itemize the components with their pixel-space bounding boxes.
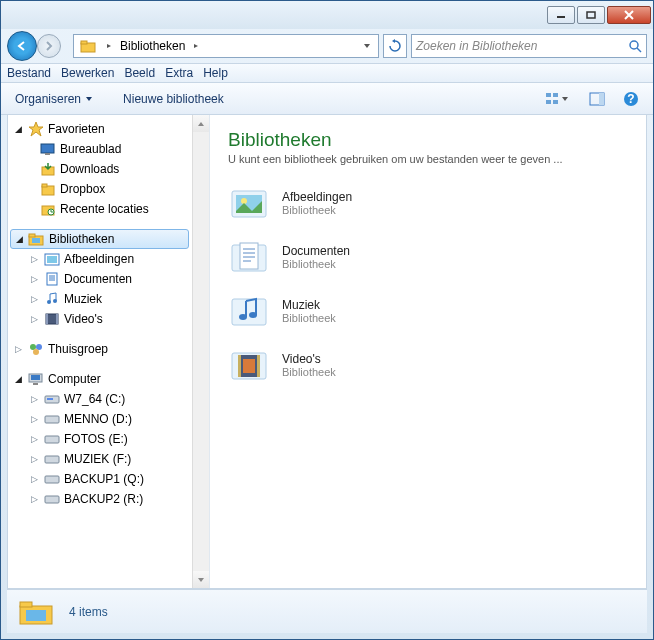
sidebar-item-drive-c[interactable]: ▷ W7_64 (C:) (8, 389, 191, 409)
svg-rect-48 (240, 243, 258, 269)
sidebar-item-drive-f[interactable]: ▷ MUZIEK (F:) (8, 449, 191, 469)
body: ◢ Favorieten Bureaublad Downloads (7, 115, 647, 589)
sidebar-item-pictures[interactable]: ▷ Afbeeldingen (8, 249, 191, 269)
organize-label: Organiseren (15, 92, 81, 106)
refresh-button[interactable] (383, 34, 407, 58)
svg-rect-10 (599, 93, 604, 105)
sidebar-item-documents[interactable]: ▷ Documenten (8, 269, 191, 289)
libraries-header[interactable]: ◢ Bibliotheken (10, 229, 189, 249)
sidebar-item-label: Recente locaties (60, 202, 149, 216)
expand-icon[interactable]: ▷ (28, 274, 40, 284)
library-name: Afbeeldingen (282, 190, 352, 204)
expand-icon[interactable]: ▷ (28, 454, 40, 464)
homegroup-icon (27, 341, 45, 357)
library-item-videos[interactable]: Video's Bibliotheek (228, 345, 628, 385)
svg-rect-58 (20, 602, 32, 607)
library-item-documents[interactable]: Documenten Bibliotheek (228, 237, 628, 277)
music-library-icon (228, 291, 270, 331)
breadcrumb-segment[interactable]: Bibliotheken (116, 35, 189, 57)
titlebar (1, 1, 653, 29)
menu-view[interactable]: Beeld (124, 66, 155, 80)
sidebar-item-drive-q[interactable]: ▷ BACKUP1 (Q:) (8, 469, 191, 489)
sidebar-item-label: Afbeeldingen (64, 252, 134, 266)
menu-file[interactable]: Bestand (7, 66, 51, 80)
recent-icon (39, 201, 57, 217)
library-item-pictures[interactable]: Afbeeldingen Bibliotheek (228, 183, 628, 223)
svg-rect-49 (232, 299, 266, 325)
expand-icon[interactable]: ▷ (28, 254, 40, 264)
forward-button[interactable] (37, 34, 61, 58)
sidebar-item-videos[interactable]: ▷ Video's (8, 309, 191, 329)
svg-point-4 (630, 41, 638, 49)
sidebar-item-label: Downloads (60, 162, 119, 176)
view-mode-button[interactable] (537, 88, 577, 110)
scrollbar[interactable] (192, 115, 209, 588)
sidebar-item-label: MENNO (D:) (64, 412, 132, 426)
menu-edit[interactable]: Bewerken (61, 66, 114, 80)
address-bar: Bibliotheken Zoeken in Bibliotheken (1, 29, 653, 63)
scroll-down-icon[interactable] (193, 571, 209, 588)
expand-icon[interactable]: ▷ (28, 414, 40, 424)
minimize-icon (556, 11, 566, 19)
music-icon (43, 291, 61, 307)
svg-rect-30 (56, 314, 58, 324)
statusbar-count: 4 items (69, 605, 108, 619)
breadcrumb-history-drop[interactable] (358, 43, 376, 49)
help-button[interactable]: ? (617, 88, 645, 110)
sidebar-item-music[interactable]: ▷ Muziek (8, 289, 191, 309)
collapse-icon[interactable]: ◢ (13, 234, 25, 244)
favorites-header[interactable]: ◢ Favorieten (8, 119, 191, 139)
maximize-button[interactable] (577, 6, 605, 24)
scroll-up-icon[interactable] (193, 115, 209, 132)
sidebar-item-recent[interactable]: Recente locaties (8, 199, 191, 219)
homegroup-header[interactable]: ▷ Thuisgroep (8, 339, 191, 359)
organize-button[interactable]: Organiseren (9, 90, 99, 108)
sidebar-item-downloads[interactable]: Downloads (8, 159, 191, 179)
library-item-music[interactable]: Muziek Bibliotheek (228, 291, 628, 331)
sidebar-item-drive-r[interactable]: ▷ BACKUP2 (R:) (8, 489, 191, 509)
new-library-button[interactable]: Nieuwe bibliotheek (117, 90, 230, 108)
downloads-icon (39, 161, 57, 177)
expand-icon[interactable]: ▷ (28, 314, 40, 324)
computer-icon (27, 371, 45, 387)
close-button[interactable] (607, 6, 651, 24)
sidebar-item-drive-e[interactable]: ▷ FOTOS (E:) (8, 429, 191, 449)
expand-icon[interactable]: ▷ (28, 434, 40, 444)
homegroup-group: ▷ Thuisgroep (8, 339, 191, 359)
breadcrumb-drop-icon[interactable] (189, 43, 203, 49)
expand-icon[interactable]: ▷ (28, 394, 40, 404)
breadcrumb[interactable]: Bibliotheken (73, 34, 379, 58)
chevron-down-icon (85, 96, 93, 102)
expand-icon[interactable]: ▷ (28, 474, 40, 484)
library-kind: Bibliotheek (282, 312, 336, 324)
minimize-button[interactable] (547, 6, 575, 24)
sidebar-item-label: Bureaublad (60, 142, 121, 156)
svg-rect-40 (45, 436, 59, 443)
pictures-library-icon (228, 183, 270, 223)
svg-rect-14 (45, 153, 50, 155)
breadcrumb-drop-icon[interactable] (102, 43, 116, 49)
search-input[interactable]: Zoeken in Bibliotheken (411, 34, 647, 58)
sidebar-item-desktop[interactable]: Bureaublad (8, 139, 191, 159)
videos-icon (43, 311, 61, 327)
computer-header[interactable]: ◢ Computer (8, 369, 191, 389)
collapse-icon[interactable]: ◢ (12, 124, 24, 134)
library-item-text: Afbeeldingen Bibliotheek (282, 190, 352, 216)
breadcrumb-library-icon[interactable] (76, 35, 102, 57)
sidebar-item-drive-d[interactable]: ▷ MENNO (D:) (8, 409, 191, 429)
menu-help[interactable]: Help (203, 66, 228, 80)
expand-icon[interactable]: ▷ (28, 294, 40, 304)
sidebar-item-dropbox[interactable]: Dropbox (8, 179, 191, 199)
back-button[interactable] (7, 31, 37, 61)
svg-rect-25 (47, 273, 57, 285)
preview-pane-button[interactable] (583, 88, 611, 110)
menu-extra[interactable]: Extra (165, 66, 193, 80)
libraries-icon (80, 38, 98, 54)
expand-icon[interactable]: ▷ (12, 344, 24, 354)
collapse-icon[interactable]: ◢ (12, 374, 24, 384)
svg-point-51 (249, 312, 257, 318)
svg-rect-6 (553, 93, 558, 97)
scroll-track[interactable] (193, 132, 209, 571)
expand-icon[interactable]: ▷ (28, 494, 40, 504)
library-item-text: Video's Bibliotheek (282, 352, 336, 378)
